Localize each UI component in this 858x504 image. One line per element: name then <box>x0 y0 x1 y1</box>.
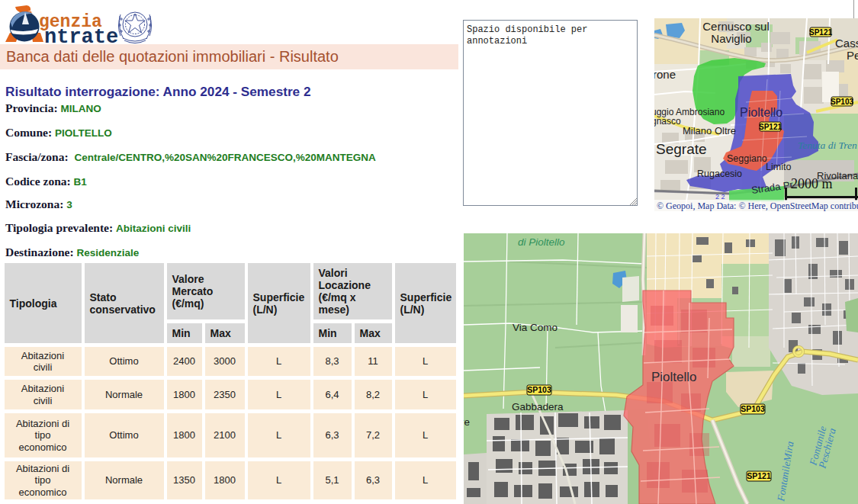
svg-text:Tenuta di Tren: Tenuta di Tren <box>798 140 857 151</box>
svg-text:re: re <box>464 416 470 428</box>
svg-text:Gabbadera: Gabbadera <box>512 401 564 413</box>
svg-text:Limito: Limito <box>766 162 791 172</box>
svg-text:Cass: Cass <box>835 37 858 50</box>
svg-text:Pioltello: Pioltello <box>651 370 697 384</box>
svg-text:Cernusco sul: Cernusco sul <box>702 20 770 33</box>
svg-text:Naviglio: Naviglio <box>711 32 751 45</box>
svg-text:2000 m: 2000 m <box>791 176 833 191</box>
svg-text:ntrate: ntrate <box>44 26 118 43</box>
svg-text:SP121: SP121 <box>809 28 832 37</box>
svg-text:Pioltello: Pioltello <box>740 106 782 119</box>
svg-text:gnasco: gnasco <box>654 116 681 127</box>
svg-text:SP103: SP103 <box>741 404 765 413</box>
svg-text:Segrate: Segrate <box>656 141 707 157</box>
svg-text:SP103: SP103 <box>527 385 551 394</box>
svg-text:Seggiano: Seggiano <box>727 153 767 164</box>
svg-text:SP121: SP121 <box>747 471 771 480</box>
svg-text:rone: rone <box>654 68 676 81</box>
svg-text:Via Como: Via Como <box>513 322 558 333</box>
svg-text:Rugacesio: Rugacesio <box>697 169 742 179</box>
svg-text:SP103: SP103 <box>831 98 853 106</box>
svg-text:Pe: Pe <box>847 49 858 62</box>
svg-text:SP121: SP121 <box>759 123 782 131</box>
svg-text:© Geopoi, Map Data: © Here, Op: © Geopoi, Map Data: © Here, OpenStreetMa… <box>657 201 858 211</box>
svg-text:2 2: 2 2 <box>715 193 725 201</box>
svg-text:Milano Oltre: Milano Oltre <box>683 125 736 136</box>
svg-text:di Pioltello: di Pioltello <box>518 236 565 248</box>
